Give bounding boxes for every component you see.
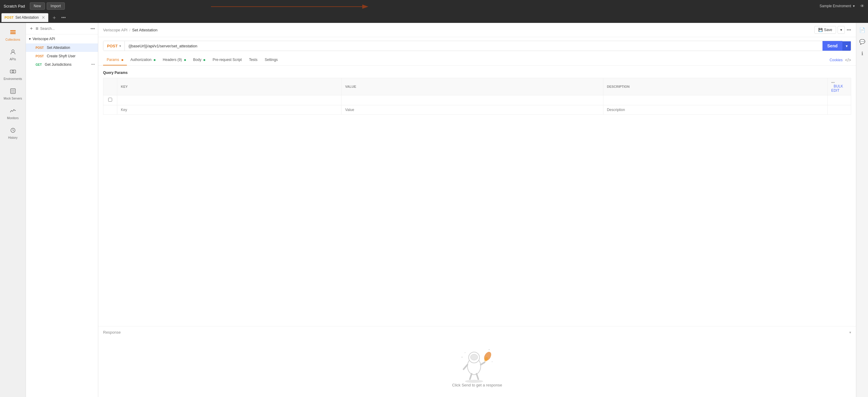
main-layout: Collections APIs Environments Mock Serve… (0, 23, 868, 397)
response-empty-text: Click Send to get a response (452, 383, 502, 387)
svg-point-14 (470, 354, 478, 360)
svg-point-24 (492, 361, 493, 362)
collection-search-input[interactable] (40, 27, 89, 31)
key-placeholder[interactable] (117, 105, 341, 115)
tab-close-icon[interactable]: ✕ (41, 15, 45, 20)
svg-line-15 (464, 365, 467, 369)
info-icon[interactable]: ℹ (860, 49, 865, 58)
method-select[interactable]: POST ▾ (103, 41, 125, 51)
auth-dot (154, 59, 156, 61)
breadcrumb-api: Veriscope API (103, 28, 127, 32)
cookies-link[interactable]: Cookies (830, 58, 842, 62)
sidebar-item-history[interactable]: History (0, 124, 26, 142)
tab-params[interactable]: Params (103, 55, 127, 65)
url-input[interactable] (125, 41, 822, 51)
key-cell[interactable] (117, 95, 341, 105)
item-more-icon[interactable]: ••• (91, 62, 95, 67)
comment-icon[interactable]: 💬 (858, 37, 867, 47)
table-more-icon[interactable]: ••• (831, 81, 835, 84)
collection-item-create-shyft-user[interactable]: POST Create Shyft User (26, 52, 98, 60)
tab-settings[interactable]: Settings (261, 55, 281, 65)
svg-rect-0 (10, 30, 16, 31)
app-title: Scratch Pad (4, 4, 25, 8)
collection-item-set-attestation[interactable]: POST Set Attestation (26, 44, 98, 52)
key-placeholder-input[interactable] (121, 108, 338, 112)
tab-overflow-icon[interactable]: ••• (59, 15, 67, 20)
chevron-down-icon: ▾ (29, 37, 31, 41)
request-tab[interactable]: POST Set Attestation ✕ (1, 13, 49, 22)
key-input[interactable] (121, 98, 338, 102)
env-eye-icon[interactable]: 👁 (860, 4, 864, 8)
svg-line-18 (476, 374, 478, 379)
checkbox-header (103, 78, 117, 95)
tab-headers[interactable]: Headers (9) (159, 55, 190, 65)
tab-method-badge: POST (4, 16, 13, 19)
response-chevron-icon[interactable]: ▾ (849, 330, 851, 335)
collection-group-header[interactable]: ▾ Veriscope API (26, 34, 98, 44)
send-label: Send (827, 44, 838, 48)
tab-pre-request[interactable]: Pre-request Script (209, 55, 245, 65)
table-row (103, 95, 851, 105)
value-cell[interactable] (341, 95, 603, 105)
svg-point-5 (12, 70, 14, 73)
apis-icon (10, 49, 16, 57)
astronaut-illustration (456, 341, 498, 383)
svg-rect-8 (13, 90, 14, 91)
monitors-icon (10, 107, 16, 116)
desc-cell[interactable] (603, 95, 827, 105)
code-snippet-icon[interactable]: </> (845, 58, 851, 62)
value-placeholder[interactable] (341, 105, 603, 115)
send-dropdown-button[interactable]: ▾ (842, 41, 851, 51)
send-button[interactable]: Send (823, 41, 842, 51)
sidebar-environments-label: Environments (4, 77, 22, 81)
sidebar-item-apis[interactable]: APIs (0, 46, 26, 64)
svg-rect-7 (11, 90, 13, 91)
response-section: Response ▾ (98, 326, 856, 397)
tab-body[interactable]: Body (190, 55, 209, 65)
environments-icon (10, 68, 16, 76)
row-more-cell (827, 95, 851, 105)
breadcrumb: Veriscope API / Set Attestation (103, 28, 812, 32)
filter-collection-icon[interactable]: ≡ (36, 26, 38, 31)
desc-input[interactable] (607, 98, 824, 102)
collection-group-name: Veriscope API (33, 37, 55, 41)
new-tab-icon[interactable]: ＋ (49, 14, 59, 21)
request-more-icon[interactable]: ••• (846, 27, 851, 32)
collections-icon (10, 29, 16, 37)
bulk-edit-button[interactable]: Bulk Edit (831, 84, 843, 93)
value-input[interactable] (345, 98, 599, 102)
sidebar-item-environments[interactable]: Environments (0, 65, 26, 84)
desc-placeholder[interactable] (603, 105, 827, 115)
description-column-header: DESCRIPTION (603, 78, 827, 95)
item-name: Get Jurisdictions (45, 62, 90, 67)
save-button[interactable]: 💾 Save (814, 26, 836, 34)
key-column-header: KEY (117, 78, 341, 95)
value-placeholder-input[interactable] (345, 108, 599, 112)
tab-tests[interactable]: Tests (245, 55, 261, 65)
sidebar-item-monitors[interactable]: Monitors (0, 104, 26, 123)
svg-rect-2 (10, 33, 16, 34)
new-button[interactable]: New (30, 2, 45, 10)
query-params-title: Query Params (103, 70, 851, 75)
breadcrumb-separator: / (129, 28, 130, 32)
breadcrumb-current: Set Attestation (132, 28, 158, 32)
add-collection-icon[interactable]: ＋ (29, 25, 34, 32)
collection-toolbar: ＋ ≡ ••• (26, 23, 98, 34)
tab-authorization[interactable]: Authorization (127, 55, 159, 65)
environment-selector[interactable]: Sample Enviroment ▾ (816, 3, 858, 9)
response-title: Response (103, 330, 121, 335)
env-chevron-icon: ▾ (853, 4, 855, 8)
collection-more-icon[interactable]: ••• (90, 26, 95, 31)
doc-icon[interactable]: 📄 (858, 25, 867, 35)
svg-point-19 (483, 350, 493, 362)
sidebar-item-mock-servers[interactable]: Mock Servers (0, 85, 26, 103)
desc-placeholder-input[interactable] (607, 108, 824, 112)
save-dropdown-button[interactable]: ▾ (838, 26, 845, 34)
row-checkbox[interactable] (108, 98, 112, 102)
value-column-header: VALUE (341, 78, 603, 95)
import-button[interactable]: Import (47, 2, 65, 10)
collection-item-get-jurisdictions[interactable]: GET Get Jurisdictions ••• (26, 60, 98, 69)
response-header: Response ▾ (103, 330, 851, 335)
svg-rect-6 (10, 89, 16, 93)
sidebar-item-collections[interactable]: Collections (0, 26, 26, 44)
